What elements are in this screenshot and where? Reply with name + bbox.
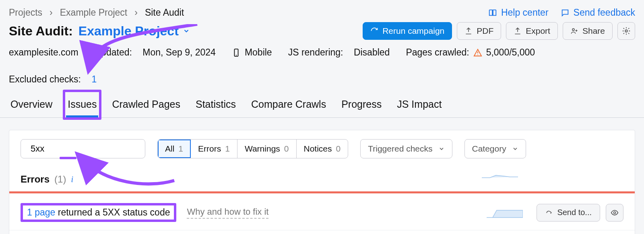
tab-crawled-pages[interactable]: Crawled Pages bbox=[110, 99, 182, 117]
send-feedback-label: Send feedback bbox=[574, 7, 635, 18]
triggered-checks-dropdown[interactable]: Triggered checks bbox=[360, 139, 452, 158]
filter-all[interactable]: All 1 bbox=[158, 140, 191, 158]
errors-heading: Errors (1) i bbox=[9, 158, 635, 191]
upload-icon bbox=[514, 27, 522, 35]
filter-notices[interactable]: Notices 0 bbox=[297, 140, 348, 158]
project-select[interactable]: Example Project bbox=[78, 24, 190, 39]
errors-heading-count: (1) bbox=[54, 174, 66, 185]
hide-issue-button[interactable] bbox=[606, 204, 623, 222]
help-center-label: Help center bbox=[501, 7, 549, 18]
errors-separator bbox=[9, 191, 635, 193]
share-label: Share bbox=[582, 26, 605, 36]
errors-heading-label: Errors bbox=[21, 174, 50, 185]
filter-errors[interactable]: Errors 1 bbox=[191, 140, 237, 158]
severity-filter: All 1 Errors 1 Warnings 0 Notices 0 bbox=[157, 139, 348, 158]
info-icon[interactable]: i bbox=[71, 175, 73, 184]
pdf-label: PDF bbox=[477, 26, 493, 36]
filter-all-count: 1 bbox=[178, 144, 183, 154]
meta-site: examplesite.com bbox=[9, 47, 78, 58]
chevron-right-icon: › bbox=[134, 7, 138, 18]
meta-pages-crawled: Pages crawled: 5,000/5,000 bbox=[406, 47, 535, 58]
breadcrumb: Projects › Example Project › Site Audit bbox=[9, 7, 184, 18]
excluded-checks-link[interactable]: 1 bbox=[91, 74, 97, 85]
search-input[interactable] bbox=[31, 144, 141, 154]
tab-progress[interactable]: Progress bbox=[340, 99, 383, 117]
svg-point-0 bbox=[572, 29, 574, 31]
gear-icon bbox=[622, 27, 631, 35]
help-center-link[interactable]: Help center bbox=[488, 7, 549, 18]
meta-device: Mobile bbox=[232, 47, 272, 58]
filter-notices-count: 0 bbox=[336, 144, 341, 154]
tab-compare-crawls[interactable]: Compare Crawls bbox=[250, 99, 328, 117]
chevron-down-icon bbox=[183, 27, 190, 35]
project-name: Example Project bbox=[78, 24, 179, 39]
eye-icon bbox=[611, 209, 619, 217]
settings-button[interactable] bbox=[617, 22, 635, 40]
filter-notices-label: Notices bbox=[304, 144, 332, 154]
meta-updated: Updated: Mon, Sep 9, 2024 bbox=[95, 47, 216, 58]
filter-warnings-count: 0 bbox=[284, 144, 289, 154]
send-to-button[interactable]: Send to... bbox=[537, 204, 600, 222]
rerun-campaign-button[interactable]: Rerun campaign bbox=[363, 22, 452, 40]
why-and-how-link[interactable]: Why and how to fix it bbox=[187, 207, 268, 219]
send-feedback-link[interactable]: Send feedback bbox=[561, 7, 635, 18]
svg-point-11 bbox=[614, 211, 616, 213]
send-to-label: Send to... bbox=[557, 208, 592, 217]
export-button[interactable]: Export bbox=[506, 22, 558, 40]
tab-issues-label: Issues bbox=[68, 99, 97, 110]
chevron-right-icon: › bbox=[50, 7, 53, 18]
triggered-checks-label: Triggered checks bbox=[368, 144, 432, 154]
share-button[interactable]: Share bbox=[563, 22, 613, 40]
search-box[interactable] bbox=[21, 139, 145, 158]
filter-warnings-label: Warnings bbox=[245, 144, 280, 154]
upload-icon bbox=[464, 27, 473, 35]
mobile-icon bbox=[232, 48, 241, 57]
sparkline-icon bbox=[487, 207, 523, 218]
filter-all-label: All bbox=[165, 144, 174, 154]
error-row: 1 page returned a 5XX status code Why an… bbox=[9, 195, 635, 230]
svg-point-1 bbox=[625, 30, 627, 32]
meta-js-rendering: JS rendering: Disabled bbox=[288, 47, 390, 58]
tab-overview[interactable]: Overview bbox=[9, 99, 54, 117]
tab-js-impact[interactable]: JS Impact bbox=[395, 99, 443, 117]
filter-errors-label: Errors bbox=[198, 144, 221, 154]
svg-point-5 bbox=[477, 54, 478, 55]
warning-icon bbox=[473, 48, 482, 57]
arrow-right-icon bbox=[545, 209, 553, 217]
issues-panel: All 1 Errors 1 Warnings 0 Notices 0 Trig… bbox=[9, 130, 635, 234]
breadcrumb-item[interactable]: Projects bbox=[9, 7, 42, 18]
svg-marker-10 bbox=[487, 210, 523, 218]
filter-warnings[interactable]: Warnings 0 bbox=[237, 140, 297, 158]
breadcrumb-item-current: Site Audit bbox=[145, 7, 184, 18]
pdf-button[interactable]: PDF bbox=[457, 22, 501, 40]
category-label: Category bbox=[472, 144, 506, 154]
tab-issues[interactable]: Issues bbox=[66, 99, 98, 117]
error-message-text: returned a 5XX status code bbox=[55, 207, 170, 218]
filter-errors-count: 1 bbox=[225, 144, 230, 154]
refresh-icon bbox=[370, 27, 378, 35]
chevron-down-icon bbox=[438, 146, 445, 152]
meta-excluded-checks: Excluded checks: 1 bbox=[9, 74, 97, 85]
book-icon bbox=[488, 8, 497, 17]
error-message[interactable]: 1 page returned a 5XX status code bbox=[21, 203, 176, 222]
chevron-down-icon bbox=[512, 146, 518, 152]
category-dropdown[interactable]: Category bbox=[464, 139, 526, 158]
sparkline-icon bbox=[482, 170, 518, 181]
breadcrumb-item[interactable]: Example Project bbox=[60, 7, 127, 18]
export-label: Export bbox=[526, 26, 550, 36]
tabs: Overview Issues Crawled Pages Statistics… bbox=[0, 85, 644, 118]
tab-statistics[interactable]: Statistics bbox=[194, 99, 237, 117]
person-plus-icon bbox=[570, 27, 578, 35]
chat-icon bbox=[561, 8, 570, 17]
rerun-campaign-label: Rerun campaign bbox=[382, 26, 444, 36]
error-pages-link[interactable]: 1 page bbox=[27, 207, 55, 218]
page-title: Site Audit: bbox=[9, 24, 73, 39]
